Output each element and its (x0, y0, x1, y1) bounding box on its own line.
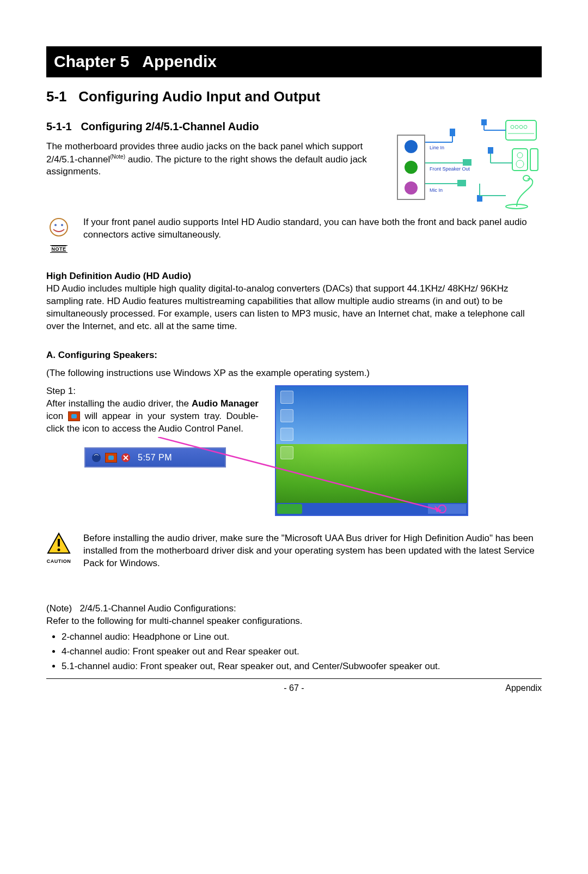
svg-rect-14 (450, 129, 455, 136)
step-label: Step 1: (46, 385, 259, 398)
page-footer: - 67 - Appendix (46, 682, 542, 694)
footnote-line: (Note) 2/4/5.1-Channel Audio Configurati… (46, 603, 542, 615)
note-superscript: (Note) (110, 154, 125, 160)
desktop-icon (280, 428, 293, 441)
taskbar (276, 503, 467, 515)
note-text: If your front panel audio supports Intel… (83, 216, 542, 241)
tray-time: 5:57 PM (138, 452, 172, 464)
section-num: 5-1 (46, 88, 67, 105)
svg-rect-26 (477, 196, 482, 201)
audio-jack-figure: Line In Front Speaker Out Mic In (395, 119, 542, 200)
desktop-screenshot (275, 385, 468, 516)
svg-rect-21 (488, 148, 493, 153)
list-item: 2-channel audio: Headphone or Line out. (62, 631, 542, 644)
svg-point-29 (54, 224, 57, 226)
page-number: - 67 - (155, 682, 433, 694)
jack-labels: Line In Front Speaker Out Mic In (430, 141, 470, 193)
chapter-label: Chapter 5 (54, 52, 129, 70)
svg-rect-9 (530, 149, 538, 171)
svg-point-7 (517, 153, 523, 158)
svg-rect-6 (512, 149, 528, 171)
svg-point-1 (511, 125, 514, 129)
desktop-icon (280, 409, 293, 422)
subsection-num: 5-1-1 (46, 120, 72, 132)
tray-close-icon (120, 452, 131, 463)
svg-point-3 (519, 125, 523, 129)
mic-in-label: Mic In (430, 188, 470, 193)
list-item: 4-channel audio: Front speaker out and R… (62, 646, 542, 658)
svg-point-8 (516, 160, 524, 168)
front-speaker-jack-icon (405, 161, 418, 174)
svg-point-39 (58, 549, 60, 551)
caution-label: CAUTION (46, 558, 71, 565)
list-item: 5.1-channel audio: Front speaker out, Re… (62, 660, 542, 673)
footnote-label: (Note) (46, 603, 72, 614)
step1-text: After installing the audio driver, the A… (46, 398, 259, 435)
tray-highlight-circle-icon (438, 505, 446, 513)
tray-generic-icon (91, 452, 102, 463)
section-heading: 5-1 Configuring Audio Input and Output (46, 87, 542, 106)
note-label: NOTE (50, 245, 67, 253)
desktop-icon (280, 446, 293, 459)
svg-point-2 (515, 125, 518, 129)
chapter-title: Appendix (142, 52, 217, 70)
caution-text: Before installing the audio driver, make… (83, 532, 542, 570)
chapter-heading: Chapter 5 Appendix (46, 46, 542, 77)
caution-icon: CAUTION (46, 532, 71, 565)
desktop-icon (280, 391, 293, 404)
footnote-title: 2/4/5.1-Channel Audio Configurations: (79, 603, 236, 614)
audio-manager-tray-icon (105, 453, 117, 463)
os-hint: (The following instructions use Windows … (46, 367, 542, 380)
taskbar-tray (428, 504, 466, 514)
svg-point-28 (50, 218, 68, 236)
note-icon: NOTE (46, 216, 71, 254)
line-in-label: Line In (430, 145, 470, 150)
footer-rule (46, 678, 542, 679)
svg-rect-0 (506, 120, 536, 140)
line-in-jack-icon (405, 140, 418, 153)
jack-panel (397, 135, 425, 200)
system-tray-zoom: 5:57 PM (84, 447, 226, 468)
intro-paragraph: The motherboard provides three audio jac… (46, 141, 384, 178)
hd-audio-text: HD Audio includes multiple high quality … (46, 283, 542, 333)
mic-in-jack-icon (405, 181, 418, 195)
subsection-title: Configuring 2/4/5.1-Channel Audio (81, 120, 259, 132)
front-speaker-label: Front Speaker Out (430, 167, 470, 172)
configure-speakers-heading: A. Configuring Speakers: (46, 349, 542, 362)
footnote-list: 2-channel audio: Headphone or Line out. … (46, 631, 542, 673)
audio-manager-icon (68, 411, 80, 421)
svg-point-4 (524, 125, 527, 129)
section-title: Configuring Audio Input and Output (78, 88, 320, 105)
svg-point-30 (61, 224, 63, 226)
svg-rect-16 (482, 119, 486, 125)
start-button-icon (277, 504, 302, 514)
footer-section: Appendix (433, 682, 542, 694)
hd-audio-heading: High Definition Audio (HD Audio) (46, 270, 542, 283)
subsection-heading: 5-1-1 Configuring 2/4/5.1-Channel Audio (46, 119, 384, 134)
footnote-lead: Refer to the following for multi-channel… (46, 615, 542, 628)
